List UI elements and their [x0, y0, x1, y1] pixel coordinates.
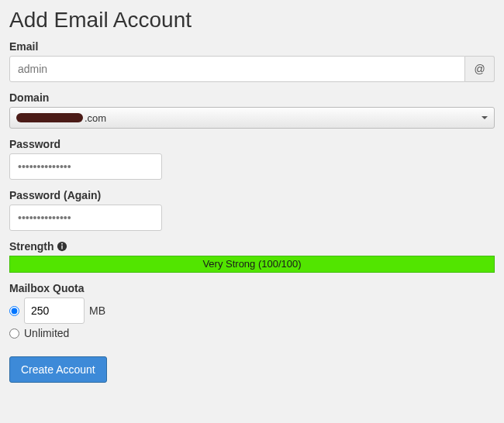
chevron-down-icon — [482, 116, 488, 119]
create-account-button[interactable]: Create Account — [9, 356, 107, 383]
quota-value-input[interactable] — [24, 297, 85, 324]
quota-unit: MB — [89, 304, 105, 317]
quota-unlimited-label: Unlimited — [24, 327, 69, 339]
strength-label-text: Strength — [9, 240, 54, 253]
password2-label: Password (Again) — [9, 189, 495, 201]
quota-unlimited-radio[interactable] — [9, 328, 19, 339]
strength-label: Strength — [9, 240, 495, 253]
domain-suffix: .com — [85, 112, 106, 124]
password-field-group: Password — [9, 138, 495, 180]
password-input[interactable] — [9, 153, 162, 180]
password2-input[interactable] — [9, 205, 162, 231]
email-input[interactable] — [9, 56, 465, 82]
domain-select[interactable]: .com — [9, 107, 495, 129]
quota-fixed-radio[interactable] — [9, 306, 19, 316]
domain-field-group: Domain .com — [9, 91, 495, 129]
domain-label: Domain — [9, 91, 495, 104]
svg-rect-1 — [62, 246, 63, 249]
email-at-addon: @ — [465, 56, 495, 82]
email-field-group: Email @ — [9, 40, 495, 82]
quota-field-group: Mailbox Quota MB Unlimited — [9, 282, 495, 339]
password2-field-group: Password (Again) — [9, 189, 495, 231]
svg-point-2 — [61, 243, 63, 245]
quota-label: Mailbox Quota — [9, 282, 495, 294]
strength-field-group: Strength Very Strong (100/100) — [9, 240, 495, 273]
page-title: Add Email Account — [9, 8, 495, 33]
password-label: Password — [9, 138, 495, 150]
info-icon[interactable] — [57, 241, 67, 252]
domain-redacted — [16, 113, 83, 122]
strength-meter: Very Strong (100/100) — [9, 256, 495, 273]
email-label: Email — [9, 40, 495, 53]
